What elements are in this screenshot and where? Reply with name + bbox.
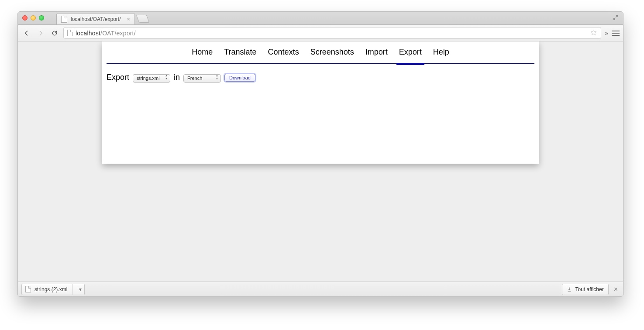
language-select[interactable]: French xyxy=(183,74,221,82)
download-menu-chevron-icon[interactable]: ▾ xyxy=(76,286,84,292)
menu-hamburger-icon[interactable] xyxy=(612,31,620,36)
nav-item-screenshots[interactable]: Screenshots xyxy=(310,48,354,59)
url-text: localhost/OAT/export/ xyxy=(76,30,136,37)
download-button[interactable]: Download xyxy=(224,74,255,82)
forward-button[interactable] xyxy=(35,28,46,38)
back-button[interactable] xyxy=(21,28,32,38)
reload-button[interactable] xyxy=(49,28,60,38)
minimize-window-button[interactable] xyxy=(31,15,36,21)
active-tab-underline xyxy=(396,63,424,65)
nav-item-contexts[interactable]: Contexts xyxy=(268,48,299,59)
page-content: HomeTranslateContextsScreenshotsImportEx… xyxy=(102,41,539,164)
traffic-lights xyxy=(22,15,44,21)
tab-title: localhost/OAT/export/ xyxy=(71,16,121,22)
browser-toolbar: localhost/OAT/export/ » xyxy=(18,25,623,41)
zoom-window-button[interactable] xyxy=(39,15,44,21)
nav-item-home[interactable]: Home xyxy=(192,48,213,59)
browser-window: localhost/OAT/export/ × localhost/OAT/ex… xyxy=(17,11,623,297)
file-select[interactable]: strings.xml xyxy=(133,74,170,82)
in-label: in xyxy=(174,73,180,82)
file-icon xyxy=(67,30,73,36)
export-label: Export xyxy=(107,73,129,82)
nav-separator xyxy=(107,63,534,64)
show-all-downloads-button[interactable]: Tout afficher xyxy=(562,284,609,295)
close-window-button[interactable] xyxy=(22,15,28,21)
nav-item-help[interactable]: Help xyxy=(433,48,449,59)
close-tab-icon[interactable]: × xyxy=(127,16,130,22)
download-filename: strings (2).xml xyxy=(34,286,67,292)
nav-item-import[interactable]: Import xyxy=(365,48,388,59)
downloads-bar: strings (2).xml ▾ Tout afficher × xyxy=(18,282,623,296)
fullscreen-icon[interactable] xyxy=(613,14,619,21)
file-icon xyxy=(25,286,31,292)
address-bar[interactable]: localhost/OAT/export/ xyxy=(63,27,601,39)
show-all-label: Tout afficher xyxy=(575,286,604,292)
tab-strip: localhost/OAT/export/ × xyxy=(18,12,623,25)
close-downloads-bar-icon[interactable]: × xyxy=(612,285,620,293)
nav-item-translate[interactable]: Translate xyxy=(224,48,256,59)
download-item[interactable]: strings (2).xml ▾ xyxy=(21,284,85,295)
bookmark-star-icon[interactable] xyxy=(590,29,597,38)
nav-item-export[interactable]: Export xyxy=(399,48,422,59)
new-tab-button[interactable] xyxy=(136,15,150,23)
export-form: Export strings.xml ▲▼ in French ▲▼ Downl… xyxy=(102,64,539,82)
overflow-chevrons-icon[interactable]: » xyxy=(605,30,608,37)
page-viewport: HomeTranslateContextsScreenshotsImportEx… xyxy=(18,41,623,282)
main-nav: HomeTranslateContextsScreenshotsImportEx… xyxy=(102,41,539,63)
browser-tab[interactable]: localhost/OAT/export/ × xyxy=(56,13,135,24)
file-icon xyxy=(61,16,67,23)
